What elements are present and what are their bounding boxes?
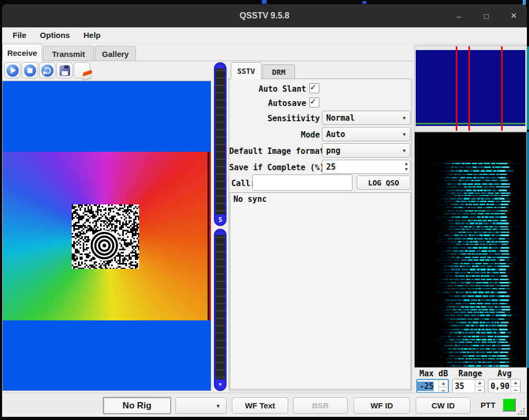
menu-bar: File Options Help [2, 27, 527, 43]
spectrum-baseline [416, 123, 525, 124]
check-icon: ✓ [310, 96, 316, 106]
plus-button[interactable]: + [511, 379, 520, 387]
image-format-dropdown[interactable]: png ▼ [322, 143, 410, 158]
ptt-label: PTT [481, 401, 495, 409]
check-icon: ✓ [310, 82, 316, 92]
call-label: Call: [231, 179, 252, 188]
save-image-button[interactable] [56, 62, 73, 79]
window-title: QSSTV 9.5.8 [240, 11, 289, 21]
desktop-artifact [527, 46, 529, 130]
start-receive-button[interactable] [4, 62, 21, 79]
image-format-value: png [326, 146, 340, 155]
sstv-settings-frame: Auto Slant ✓ Autosave ✓ Sensitivity Norm… [229, 79, 412, 391]
tab-sstv[interactable]: SSTV [231, 62, 261, 79]
mode-dropdown[interactable]: Auto ▼ [322, 127, 410, 141]
spin-up-icon[interactable]: ▲ [405, 161, 408, 167]
auto-slant-checkbox[interactable]: ✓ [309, 83, 319, 93]
minimize-button[interactable]: – [453, 12, 465, 21]
menu-options[interactable]: Options [35, 29, 75, 41]
close-button[interactable]: ✕ [508, 11, 520, 21]
receive-settings-panel: SSTV DRM Auto Slant ✓ Autosave ✓ Sensiti… [229, 62, 414, 395]
decode-status-frame: No sync [230, 192, 411, 389]
tab-gallery[interactable]: Gallery [95, 46, 136, 61]
tab-drm[interactable]: DRM [262, 64, 295, 79]
stop-receive-button[interactable] [22, 62, 38, 79]
sensitivity-label: Sensitivity [229, 114, 320, 123]
max-db-value: -25 [417, 382, 434, 391]
menu-file[interactable]: File [7, 29, 32, 41]
image-edge-red-line [209, 152, 211, 320]
waterfall-display [414, 132, 527, 368]
sensitivity-dropdown[interactable]: Normal ▼ [322, 111, 410, 125]
app-window: QSSTV 9.5.8 – □ ✕ File Options Help Rece… [2, 4, 527, 416]
frequency-marker [456, 46, 457, 131]
save-if-complete-spinbox[interactable]: 25 ▲ ▼ [322, 160, 410, 174]
spectrum-plot [416, 50, 525, 126]
squelch-slider[interactable]: S [214, 62, 227, 226]
plus-button[interactable]: + [439, 380, 448, 387]
ptt-indicator-led [502, 398, 516, 412]
autosave-label: Autosave [229, 99, 306, 108]
squelch-slider-handle[interactable]: S [215, 214, 225, 224]
resize-grip[interactable] [523, 413, 525, 415]
volume-slider-handle[interactable]: ▼ [215, 379, 225, 389]
avg-value: 0,90 [488, 382, 510, 391]
received-image-noise-block [72, 204, 139, 269]
desktop-artifact [262, 0, 267, 4]
menu-help[interactable]: Help [79, 29, 106, 41]
title-bar[interactable]: QSSTV 9.5.8 – □ ✕ [2, 4, 527, 27]
cw-id-button[interactable]: CW ID [416, 397, 471, 414]
chevron-down-icon: ▼ [403, 148, 406, 153]
tab-receive[interactable]: Receive [2, 44, 42, 61]
received-image-display [2, 81, 211, 391]
frequency-marker [468, 46, 470, 131]
wf-text-button[interactable]: WF Text [232, 397, 288, 414]
chevron-down-icon: ▼ [403, 115, 406, 121]
autosave-checkbox[interactable]: ✓ [309, 97, 319, 108]
max-db-label: Max dB [419, 369, 448, 378]
desktop-artifact [363, 1, 366, 4]
auto-slant-label: Auto Slant [229, 84, 306, 94]
range-label: Range [458, 369, 482, 378]
bsr-button: BSR [293, 397, 348, 414]
chevron-down-icon: ▼ [215, 403, 221, 409]
slider-cap [215, 230, 225, 235]
plus-button[interactable]: + [475, 379, 484, 387]
decode-status-text: No sync [233, 194, 267, 204]
desktop: QSSTV 9.5.8 – □ ✕ File Options Help Rece… [0, 0, 529, 420]
save-if-complete-label: Save if Complete (%) [229, 163, 320, 172]
avg-spinbox[interactable]: 0,90 + − [488, 379, 521, 393]
volume-slider[interactable]: ▼ [214, 229, 227, 391]
stop-icon [24, 64, 36, 76]
wf-id-button[interactable]: WF ID [354, 397, 410, 414]
avg-label: Avg [497, 369, 512, 378]
replay-button[interactable] [39, 62, 55, 79]
desktop-artifact [527, 132, 529, 368]
range-spinbox[interactable]: 35 + − [452, 379, 485, 393]
spin-down-icon[interactable]: ▼ [405, 167, 408, 172]
slider-track [215, 64, 225, 224]
erase-button[interactable] [74, 62, 90, 79]
mode-value: Auto [326, 130, 345, 139]
rig-status-display: No Rig [103, 397, 171, 414]
image-format-label: Default Image format [229, 146, 320, 156]
max-db-spinbox[interactable]: -25 + − [416, 379, 449, 393]
tab-transmit[interactable]: Transmit [43, 46, 94, 61]
log-qso-button[interactable]: LOG QSO [357, 175, 410, 190]
mode-label: Mode [229, 130, 320, 140]
frequency-marker [501, 46, 503, 131]
waterfall-canvas [415, 132, 526, 367]
play-icon [6, 64, 18, 76]
save-icon [60, 65, 70, 76]
replay-icon [41, 64, 53, 76]
chevron-down-icon: ▼ [403, 132, 406, 137]
spectrum-display [414, 45, 527, 132]
maximize-button[interactable]: □ [481, 12, 492, 21]
range-value: 35 [453, 382, 464, 391]
eraser-icon [81, 69, 95, 80]
sensitivity-value: Normal [326, 113, 355, 123]
slider-cap [215, 64, 225, 69]
call-input[interactable] [252, 174, 352, 191]
slider-track [215, 230, 225, 389]
rig-profile-dropdown[interactable]: ▼ [175, 397, 227, 414]
